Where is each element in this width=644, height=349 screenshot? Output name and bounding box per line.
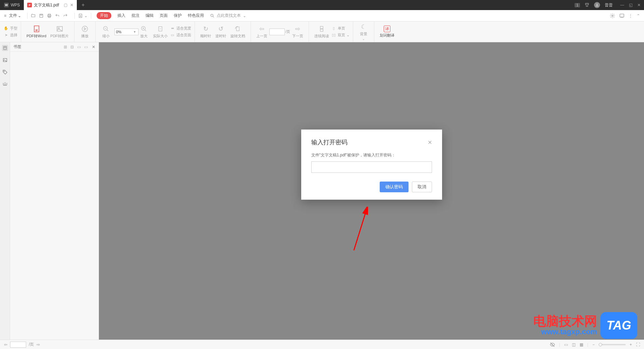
tab-insert[interactable]: 插入 bbox=[117, 13, 125, 18]
redo-icon[interactable] bbox=[63, 13, 68, 18]
svg-rect-18 bbox=[320, 27, 323, 29]
next-page[interactable]: ⇨ 下一页 bbox=[290, 25, 305, 39]
ribbon-tabs: 开始 插入 批注 编辑 页面 保护 特色应用 bbox=[97, 12, 204, 19]
fit-width[interactable]: ⬌适合宽度 bbox=[170, 26, 191, 31]
translate[interactable]: 译 划词翻译 bbox=[378, 26, 396, 38]
svg-point-22 bbox=[4, 71, 4, 71]
tab-edit[interactable]: 编辑 bbox=[146, 13, 154, 18]
zoom-out[interactable]: 缩小 bbox=[99, 25, 113, 39]
file-menu-label: 文件 bbox=[9, 13, 17, 18]
settings-icon[interactable] bbox=[610, 13, 615, 18]
svg-rect-9 bbox=[620, 14, 624, 17]
user-avatar-icon[interactable] bbox=[594, 2, 600, 8]
collapse-ribbon-icon[interactable]: ⌃ bbox=[637, 13, 640, 18]
feedback-icon[interactable] bbox=[619, 13, 625, 18]
dialog-header: 输入打开密码 ✕ bbox=[311, 138, 432, 146]
zoom-in[interactable]: 放大 bbox=[137, 25, 151, 39]
document-area: 输入打开密码 ✕ 文件"文字文稿1.pdf"被保护，请输入打开密码： 确认密码 … bbox=[99, 42, 644, 340]
tag-rail-icon[interactable] bbox=[2, 69, 8, 75]
zoom-in-icon bbox=[140, 25, 148, 33]
select-tool[interactable]: ➤选择 bbox=[3, 33, 17, 38]
play-button[interactable]: 播放 bbox=[78, 25, 92, 39]
quick-access-toolbar bbox=[31, 13, 68, 18]
pdf-to-word[interactable]: PDF转Word bbox=[24, 25, 48, 39]
svg-rect-20 bbox=[3, 46, 6, 49]
document-tab[interactable]: P 文字文稿1.pdf ▢ ✕ bbox=[24, 0, 77, 10]
dialog-close-icon[interactable]: ✕ bbox=[428, 139, 432, 146]
new-tab-button[interactable]: + bbox=[77, 2, 89, 8]
prev-page[interactable]: ⇦ 上一页 bbox=[254, 25, 269, 39]
tab-page[interactable]: 页面 bbox=[160, 13, 168, 18]
file-menu[interactable]: 文件 ⌄ bbox=[9, 13, 21, 18]
status-page-input[interactable] bbox=[10, 342, 26, 348]
single-page[interactable]: ▯单页 bbox=[331, 26, 350, 31]
undo-icon[interactable] bbox=[55, 13, 60, 18]
hamburger-icon[interactable]: ≡ bbox=[4, 13, 6, 18]
restore-button[interactable]: ◱ bbox=[629, 3, 633, 7]
chevron-down-icon[interactable]: ⌄ bbox=[84, 13, 88, 18]
pdf-to-image[interactable]: PDF转图片 bbox=[48, 25, 71, 39]
svg-rect-10 bbox=[34, 26, 39, 32]
background[interactable]: ☾ 背景⌄ bbox=[357, 23, 371, 41]
continuous-read[interactable]: 连续阅读 bbox=[312, 25, 331, 39]
zoom-out-icon bbox=[102, 25, 110, 33]
collapse-all-icon[interactable]: ⊟ bbox=[70, 45, 74, 49]
export-icon[interactable] bbox=[78, 13, 83, 18]
tab-special[interactable]: 特色应用 bbox=[188, 13, 204, 18]
password-input[interactable] bbox=[311, 161, 432, 173]
attachment-rail-icon[interactable] bbox=[2, 81, 8, 87]
dialog-overlay: 输入打开密码 ✕ 文件"文字文稿1.pdf"被保护，请输入打开密码： 确认密码 … bbox=[99, 42, 644, 340]
apparel-icon[interactable] bbox=[585, 3, 589, 7]
hide-icon[interactable] bbox=[550, 342, 555, 347]
rotate-ccw[interactable]: ↺ 逆时针 bbox=[213, 25, 228, 39]
cancel-button[interactable]: 取消 bbox=[412, 182, 432, 192]
fit-width-icon: ⬌ bbox=[170, 26, 175, 31]
more-icon[interactable]: ⋮ bbox=[629, 13, 633, 18]
status-prev-icon[interactable]: ⇦ bbox=[4, 342, 7, 347]
watermark-url: www.tagxp.com bbox=[541, 328, 597, 336]
chevron-down-icon[interactable]: ▾ bbox=[134, 30, 136, 34]
fit-page[interactable]: ▭适合页面 bbox=[170, 33, 191, 38]
user-name[interactable]: 普普 bbox=[605, 2, 613, 8]
zoom-slider[interactable] bbox=[599, 344, 626, 345]
confirm-button[interactable]: 确认密码 bbox=[380, 182, 409, 192]
open-icon[interactable] bbox=[31, 13, 36, 18]
tab-screen-icon[interactable]: ▢ bbox=[64, 3, 67, 7]
tool-group-bg: ☾ 背景⌄ bbox=[353, 21, 374, 42]
play-icon bbox=[81, 25, 89, 33]
two-page[interactable]: ▯▯双页⌄ bbox=[331, 33, 350, 38]
page-input[interactable] bbox=[269, 29, 285, 35]
rotate-doc[interactable]: 旋转文档 bbox=[228, 25, 247, 39]
notification-badge[interactable]: 1 bbox=[575, 3, 580, 7]
status-next-icon[interactable]: ⇨ bbox=[37, 342, 40, 347]
tab-protect[interactable]: 保护 bbox=[174, 13, 182, 18]
hand-tool[interactable]: ✋手型 bbox=[3, 26, 17, 31]
chevron-down-icon: ⌄ bbox=[18, 13, 21, 18]
tab-actions: ▢ ✕ bbox=[64, 3, 73, 7]
add-bookmark-icon[interactable]: ▭ bbox=[77, 45, 81, 49]
zoom-in-status-icon[interactable]: + bbox=[630, 342, 632, 347]
view-mode3-icon[interactable]: ▦ bbox=[580, 342, 583, 347]
image-rail-icon[interactable] bbox=[2, 57, 8, 63]
tool-group-view: 连续阅读 ▯单页 ▯▯双页⌄ bbox=[309, 21, 353, 42]
fullscreen-icon[interactable]: ⛶ bbox=[636, 342, 640, 347]
print-icon[interactable] bbox=[47, 13, 52, 18]
search-box[interactable]: 点此查找文本 ⌄ bbox=[210, 13, 246, 18]
minimize-button[interactable]: — bbox=[620, 3, 624, 7]
expand-all-icon[interactable]: ⊞ bbox=[64, 45, 67, 49]
search-icon bbox=[210, 13, 215, 18]
tab-start[interactable]: 开始 bbox=[97, 12, 111, 19]
save-icon[interactable] bbox=[39, 13, 44, 18]
delete-bookmark-icon[interactable]: ▭ bbox=[84, 45, 88, 49]
close-panel-icon[interactable]: ✕ bbox=[92, 45, 95, 49]
view-mode1-icon[interactable]: ▭ bbox=[564, 342, 568, 347]
rotate-cw[interactable]: ↻ 顺时针 bbox=[198, 25, 213, 39]
bookmark-rail-icon[interactable] bbox=[2, 45, 8, 51]
zoom-out-status-icon[interactable]: − bbox=[592, 342, 595, 347]
view-mode2-icon[interactable]: ◫ bbox=[572, 342, 576, 347]
actual-size[interactable]: 实际大小 bbox=[151, 25, 170, 39]
tab-annotate[interactable]: 批注 bbox=[131, 13, 140, 18]
close-button[interactable]: ✕ bbox=[637, 3, 641, 7]
wps-home-tab[interactable]: W WPS bbox=[0, 0, 24, 10]
tab-close-icon[interactable]: ✕ bbox=[70, 3, 73, 7]
